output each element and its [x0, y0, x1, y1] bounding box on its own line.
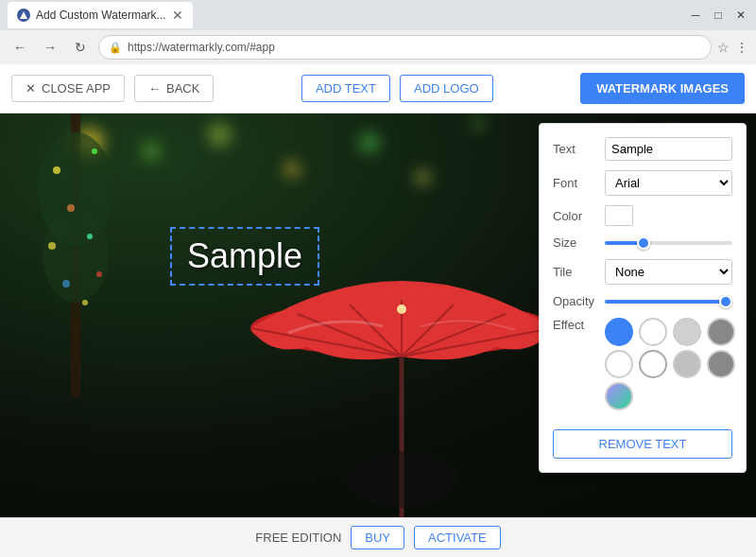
svg-point-2 [43, 208, 109, 303]
svg-point-9 [62, 280, 70, 287]
effect-field-label: Effect [553, 318, 605, 332]
svg-point-20 [397, 305, 406, 314]
add-text-label: ADD TEXT [316, 81, 376, 96]
opacity-control [605, 295, 732, 308]
effect-control [605, 318, 735, 414]
close-app-label: CLOSE APP [42, 81, 111, 96]
close-app-button[interactable]: ✕ CLOSE APP [11, 75, 125, 102]
effect-light-gray[interactable] [673, 318, 701, 346]
text-field-label: Text [553, 142, 605, 156]
url-display: https://watermarkly.com/#app [128, 41, 275, 54]
refresh-button[interactable]: ↻ [68, 35, 93, 60]
effect-row-3 [605, 382, 735, 410]
text-control [605, 137, 732, 161]
window-close-button[interactable]: ✕ [733, 8, 748, 23]
opacity-slider-fill [605, 300, 732, 304]
tile-setting-row: Tile None Tile Diagonal [553, 259, 732, 285]
effect-outline-gray[interactable] [639, 350, 667, 378]
color-swatch[interactable] [605, 205, 633, 226]
size-slider-wrapper [605, 236, 732, 250]
add-text-button[interactable]: ADD TEXT [301, 75, 390, 102]
svg-point-8 [96, 271, 102, 277]
svg-point-4 [92, 148, 97, 154]
buy-label: BUY [365, 531, 390, 545]
svg-point-5 [67, 204, 75, 212]
svg-point-6 [87, 234, 93, 239]
tile-field-label: Tile [553, 265, 605, 279]
font-select[interactable]: Arial Times New Roman Helvetica Georgia … [605, 170, 732, 196]
settings-panel: Text Font Arial Times New Roman Helvetic… [539, 123, 747, 473]
size-setting-row: Size [553, 235, 732, 250]
text-setting-row: Text [553, 137, 732, 161]
effect-solid-blue[interactable] [605, 318, 633, 346]
tree-decoration [19, 113, 132, 397]
window-controls: ─ □ ✕ [688, 8, 748, 23]
footer: FREE EDITION BUY ACTIVATE [0, 517, 756, 557]
tab-title: Add Custom Watermark... [36, 9, 166, 22]
add-logo-label: ADD LOGO [414, 81, 479, 96]
activate-label: ACTIVATE [428, 531, 487, 545]
maximize-button[interactable]: □ [711, 8, 726, 23]
text-input[interactable] [605, 137, 732, 161]
watermark-overlay[interactable]: Sample [170, 227, 319, 286]
effect-gradient[interactable] [605, 382, 633, 410]
tile-select[interactable]: None Tile Diagonal [605, 259, 732, 285]
size-slider-thumb[interactable] [637, 236, 650, 250]
watermark-images-button[interactable]: WATERMARK IMAGES [580, 73, 745, 104]
effect-shadow-dark[interactable] [707, 350, 735, 378]
title-bar: Add Custom Watermark... ✕ ─ □ ✕ [0, 0, 756, 30]
effect-gray[interactable] [707, 318, 735, 346]
size-control [605, 236, 732, 250]
effect-row-2 [605, 350, 735, 378]
back-label: BACK [166, 81, 199, 96]
effect-shadow-light[interactable] [673, 350, 701, 378]
address-bar: ← → ↻ 🔒 https://watermarkly.com/#app ☆ ⋮ [0, 30, 756, 64]
svg-point-7 [48, 242, 56, 250]
font-setting-row: Font Arial Times New Roman Helvetica Geo… [553, 170, 732, 196]
back-button[interactable]: ← BACK [134, 75, 214, 102]
buy-button[interactable]: BUY [351, 526, 404, 549]
menu-icon[interactable]: ⋮ [735, 40, 748, 55]
tab-favicon [17, 9, 30, 22]
svg-point-3 [53, 166, 60, 174]
effect-outline-white[interactable] [605, 350, 633, 378]
minimize-button[interactable]: ─ [688, 8, 703, 23]
opacity-slider-track[interactable] [605, 300, 732, 304]
browser-tab[interactable]: Add Custom Watermark... ✕ [8, 2, 193, 28]
size-slider-track[interactable] [605, 241, 732, 245]
main-content: Sample Text Font Arial Times New Roman H… [0, 113, 756, 517]
tab-close-icon[interactable]: ✕ [172, 8, 183, 23]
bookmark-icon[interactable]: ☆ [717, 40, 730, 55]
opacity-slider-thumb[interactable] [719, 295, 732, 308]
back-arrow-icon: ← [148, 81, 161, 96]
activate-button[interactable]: ACTIVATE [414, 526, 501, 549]
forward-nav-button[interactable]: → [38, 35, 62, 60]
browser-chrome: Add Custom Watermark... ✕ ─ □ ✕ ← → ↻ 🔒 … [0, 0, 756, 64]
color-control [605, 205, 732, 226]
color-field-label: Color [553, 209, 605, 223]
remove-text-label: REMOVE TEXT [599, 437, 687, 451]
tile-control: None Tile Diagonal [605, 259, 732, 285]
effect-row-1 [605, 318, 735, 346]
font-field-label: Font [553, 176, 605, 190]
watermark-text: Sample [187, 236, 302, 275]
address-input[interactable]: 🔒 https://watermarkly.com/#app [98, 35, 712, 60]
svg-point-21 [345, 451, 458, 508]
opacity-setting-row: Opacity [553, 294, 732, 308]
svg-point-10 [82, 300, 88, 305]
x-icon: ✕ [26, 81, 36, 96]
back-nav-button[interactable]: ← [8, 35, 32, 60]
font-control: Arial Times New Roman Helvetica Georgia … [605, 170, 732, 196]
color-setting-row: Color [553, 205, 732, 226]
add-logo-button[interactable]: ADD LOGO [400, 75, 493, 102]
remove-text-button[interactable]: REMOVE TEXT [553, 429, 732, 459]
watermark-label: WATERMARK IMAGES [596, 81, 729, 96]
size-field-label: Size [553, 235, 605, 250]
opacity-slider-wrapper [605, 295, 732, 308]
app-toolbar: ✕ CLOSE APP ← BACK ADD TEXT ADD LOGO WAT… [0, 64, 756, 113]
effect-setting-row: Effect [553, 318, 732, 414]
effect-white[interactable] [639, 318, 667, 346]
secure-lock-icon: 🔒 [109, 42, 122, 54]
opacity-field-label: Opacity [553, 294, 605, 308]
edition-label: FREE EDITION [255, 531, 341, 545]
